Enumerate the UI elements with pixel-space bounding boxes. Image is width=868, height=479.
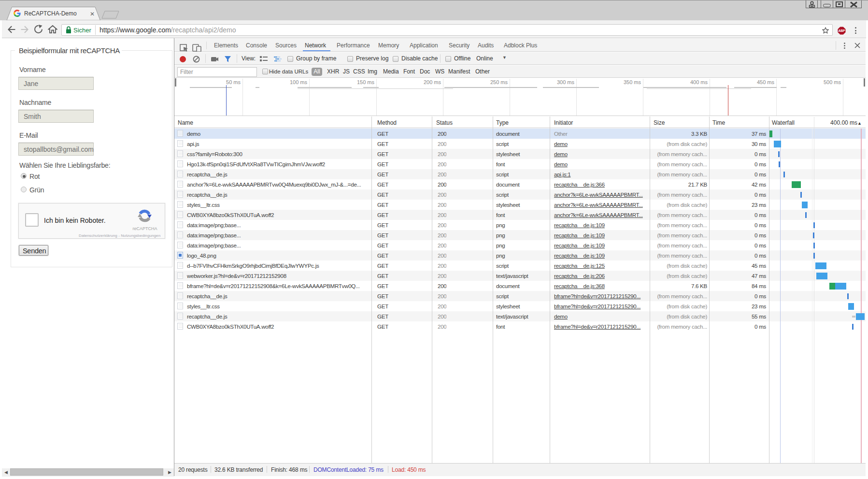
svg-text:ABP: ABP xyxy=(838,29,845,32)
